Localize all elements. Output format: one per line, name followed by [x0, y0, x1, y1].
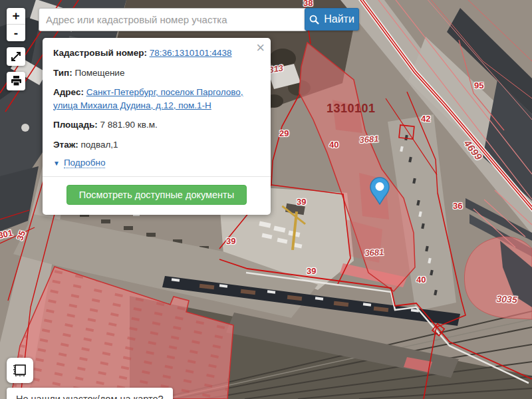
parcel-label: 40 — [329, 140, 338, 150]
details-row: ▼ Подробно — [53, 158, 260, 168]
parcel-label: 39 — [297, 197, 306, 207]
not-found-question[interactable]: Не нашли участок/дом на карте? — [7, 388, 173, 399]
type-value: Помещение — [74, 68, 124, 78]
zoom-control: + - — [7, 8, 25, 41]
zoom-out-button[interactable]: - — [7, 25, 25, 41]
type-label: Тип: — [53, 68, 72, 78]
area-value: 7 881.90 кв.м. — [100, 120, 158, 130]
ruler-square-icon — [13, 363, 27, 378]
map-marker-icon[interactable] — [370, 177, 390, 207]
parcel-label: 3681 — [364, 247, 384, 257]
measure-button[interactable] — [7, 358, 33, 383]
parcel-label: 3035 — [496, 293, 517, 305]
floor-value: подвал,1 — [81, 140, 118, 150]
area-row: Площадь: 7 881.90 кв.м. — [53, 118, 260, 132]
parcel-label: 3681 — [359, 134, 379, 145]
details-link[interactable]: Подробно — [64, 158, 106, 168]
parcel-label: 39 — [226, 236, 235, 246]
search-button-label: Найти — [324, 13, 354, 25]
fullscreen-button[interactable] — [7, 47, 25, 66]
address-label: Адрес: — [53, 87, 84, 97]
printer-icon — [11, 76, 22, 86]
cadastral-number-label: Кадастровый номер: — [53, 48, 147, 58]
parcel-label: 95 — [474, 80, 483, 90]
floor-label: Этаж: — [53, 140, 78, 150]
cadastral-number-link[interactable]: 78:36:1310101:4438 — [150, 48, 232, 58]
zoom-in-button[interactable]: + — [7, 8, 25, 25]
close-icon[interactable]: × — [256, 41, 265, 55]
view-documents-button[interactable]: Посмотреть доступные документы — [66, 185, 247, 205]
floor-row: Этаж: подвал,1 — [53, 138, 260, 152]
parcel-info-card: × Кадастровый номер: 78:36:1310101:4438 … — [43, 38, 271, 215]
cadastral-number-row: Кадастровый номер: 78:36:1310101:4438 — [53, 47, 260, 60]
card-divider — [43, 176, 271, 177]
diagonal-arrows-icon — [11, 51, 21, 62]
search-icon — [309, 15, 319, 25]
parcel-label: 38 — [303, 0, 313, 8]
parcel-label: 40 — [416, 275, 426, 285]
quarter-label: 1310101 — [327, 102, 376, 116]
chevron-down-icon: ▼ — [53, 160, 60, 167]
print-button[interactable] — [7, 72, 25, 90]
search-input[interactable] — [39, 8, 307, 31]
parcel-label: 29 — [279, 128, 289, 138]
search-button[interactable]: Найти — [305, 8, 359, 31]
area-label: Площадь: — [53, 120, 98, 130]
parcel-label: 42 — [421, 114, 430, 124]
address-row: Адрес: Санкт-Петербург, поселок Парголов… — [53, 86, 260, 112]
parcel-label: 39 — [307, 266, 316, 276]
parcel-label: 36 — [453, 201, 462, 211]
type-row: Тип: Помещение — [53, 66, 260, 80]
